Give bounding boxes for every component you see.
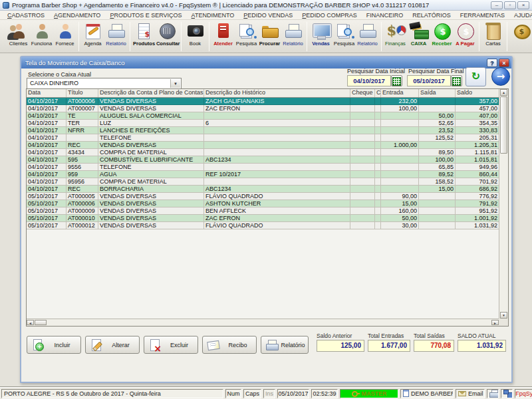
scroll-up-icon[interactable]: ▲ (500, 89, 507, 96)
column-header-saldo[interactable]: Saldo (456, 89, 499, 97)
menu-item-ajuda[interactable]: AJUDA (509, 12, 532, 19)
incluir-button[interactable]: Incluir (27, 336, 81, 354)
toolbar-button-pesquisa[interactable]: Pesquisa (235, 21, 258, 47)
column-header-c[interactable]: C (375, 89, 381, 97)
table-row[interactable]: 04/10/2017TELEFONE125,52205,31 (27, 134, 499, 142)
excluir-button[interactable]: Excluir (144, 336, 198, 354)
recibo-button[interactable]: Recibo (202, 336, 257, 354)
table-row[interactable]: 05/10/2017AT000005VENDAS DIVERSASFLÁVIO … (27, 193, 499, 200)
date-final-calendar-button[interactable] (451, 75, 462, 86)
scroll-left-icon[interactable]: ◄ (27, 320, 34, 325)
vertical-scroll-thumb[interactable] (500, 96, 507, 154)
toolbar-button-cartas[interactable]: Cartas (481, 21, 505, 47)
table-row[interactable]: 04/10/20179556TELEFONE65,85949,96 (27, 164, 499, 171)
maximize-button[interactable]: ▫ (504, 1, 516, 9)
table-row[interactable]: 04/10/2017TEALUGUEL SALA COMERCIAL50,004… (27, 112, 499, 120)
dialog-close-button[interactable]: × (499, 59, 509, 67)
minimize-button[interactable]: – (491, 1, 503, 9)
dialog-help-button[interactable]: ? (487, 59, 497, 67)
menu-item-relatorios[interactable]: RELATÓRIOS (408, 12, 455, 19)
close-button[interactable]: × (517, 1, 529, 9)
cell-data: 04/10/2017 (27, 112, 66, 120)
dialog-titlebar[interactable]: Tela do Movimento de Caixa/Banco ? × (21, 57, 511, 68)
menu-item-produtos-e-servicos[interactable]: PRODUTOS E SERVIÇOS (105, 12, 186, 19)
scroll-right-icon[interactable]: ► (491, 320, 499, 325)
column-header-descricao-da-conta-d-plano-de-contas[interactable]: Descrição da Conta d Plano de Contas (98, 89, 204, 97)
cell-cheque (350, 215, 375, 222)
cell-descricao-da-conta-d-plano-de-contas: COMPRA DE MATERIAL (98, 178, 204, 186)
toolbar-button-a-pagar[interactable]: A Pagar (454, 21, 477, 47)
column-header-cheque[interactable]: Cheque (350, 89, 375, 97)
table-row[interactable]: 04/10/2017595COMBUSTÍVEL E LUBRIFICANTEA… (27, 156, 499, 164)
date-initial-calendar-button[interactable] (391, 75, 402, 86)
table-row[interactable]: 04/10/201743434COMPRA DE MATERIAL89,501.… (27, 149, 499, 156)
table-row[interactable]: 04/10/2017RECBORRACHARIAABC123415,00686,… (27, 186, 499, 193)
toolbar-button-atender[interactable]: Atender (211, 21, 235, 47)
toolbar-button-funciona[interactable]: Funciona (30, 21, 53, 47)
vertical-scrollbar[interactable]: ▲ ▼ (499, 89, 508, 319)
menubar: CADASTROSAGENDAMENTOPRODUTOS E SERVIÇOSA… (0, 11, 532, 20)
table-row[interactable]: 04/10/2017AT000006VENDAS DIVERSASZACH GA… (27, 98, 499, 105)
toolbar-button-relatorio[interactable]: Relatório (356, 21, 379, 47)
toolbar-button-consultar[interactable]: Consultar (156, 21, 179, 47)
table-row[interactable]: 05/10/2017AT000010VENDAS DIVERSASZAC EFR… (27, 215, 499, 222)
toolbar-button-produtos[interactable]: Produtos (132, 21, 156, 47)
column-header-saida[interactable]: Saída (419, 89, 456, 97)
cell-entrada: 15,00 (381, 200, 419, 207)
menu-item-agendamento[interactable]: AGENDAMENTO (49, 12, 105, 19)
menu-item-ferramentas[interactable]: FERRAMENTAS (456, 12, 509, 19)
column-header-titulo[interactable]: Título (66, 89, 98, 97)
caixa-select[interactable]: CAIXA DINHEIRO ▼ (27, 78, 182, 89)
relatorio-button[interactable]: Relatório (261, 336, 309, 354)
toolbar-button-coin[interactable] (509, 21, 532, 47)
toolbar-button-procurar[interactable]: Procurar (258, 21, 281, 47)
table-row[interactable]: 04/10/201795956COMPRA DE MATERIAL158,527… (27, 178, 499, 186)
toolbar-button-pesquisa[interactable]: Pesquisa (332, 21, 356, 47)
menu-item-atendimento[interactable]: ATENDIMENTO (187, 12, 239, 19)
table-row[interactable]: 05/10/2017AT000012VENDAS DIVERSASFLÁVIO … (27, 222, 499, 229)
column-header-entrada[interactable]: Entrada (381, 89, 419, 97)
scroll-down-icon[interactable]: ▼ (500, 312, 507, 319)
toolbar-button-receber[interactable]: Receber (430, 21, 454, 47)
toolbar-button-vendas[interactable]: Vendas (309, 21, 332, 47)
table-row[interactable]: 05/10/2017AT000009VENDAS DIVERSASBEN AFF… (27, 207, 499, 215)
status-text: Caps (245, 390, 259, 397)
menu-item-cadastros[interactable]: CADASTROS (3, 12, 49, 19)
cell-cheque (350, 156, 375, 164)
table-row[interactable]: 04/10/2017959AGUAREF 10/201789,52860,44 (27, 171, 499, 178)
agenda-icon (82, 22, 104, 40)
toolbar-button-fornece[interactable]: Fornece (53, 21, 76, 47)
status-company: DEMO BARBER 4.0 (400, 389, 454, 398)
horizontal-scrollbar[interactable]: ◄ ► (27, 319, 499, 326)
table-row[interactable]: 04/10/2017AT000007VENDAS DIVERSASZAC EFR… (27, 105, 499, 112)
column-header-descricao-do-historico[interactable]: Descrição do Histórico (204, 89, 350, 97)
refresh-button[interactable]: ↻ (466, 67, 486, 86)
menu-item-pedido-compras[interactable]: PEDIDO COMPRAS (297, 12, 362, 19)
toolbar-button-relatorio[interactable]: Relatório (281, 21, 305, 47)
toolbar-button-clientes[interactable]: Clientes (7, 21, 30, 47)
chevron-down-icon[interactable]: ▼ (170, 79, 180, 88)
date-final-field[interactable]: 05/10/2017 (407, 75, 451, 86)
horizontal-scroll-thumb[interactable] (35, 320, 47, 325)
toolbar-button-relatorio[interactable]: Relatório (104, 21, 128, 47)
menu-item-pedido-vendas[interactable]: PEDIDO VENDAS (239, 12, 297, 19)
status-user-badge: MASTER (340, 389, 398, 398)
toolbar-button-label: Pesquisa (235, 41, 257, 47)
cell-saldo: 1.205,31 (456, 142, 499, 149)
search-go-button[interactable]: → (491, 67, 510, 86)
date-initial-field[interactable]: 04/10/2017 (347, 75, 391, 86)
alterar-button[interactable]: Alterar (85, 336, 140, 354)
toolbar-button-caixa[interactable]: CAIXA (407, 21, 430, 47)
menu-item-financeiro[interactable]: FINANCEIRO (362, 12, 408, 19)
table-row[interactable]: 04/10/2017NFRRLANCHES E REFEIÇÕES23,5233… (27, 127, 499, 134)
toolbar-button-financas[interactable]: Finanças (384, 21, 407, 47)
table-row[interactable]: 05/10/2017AT000006VENDAS DIVERSASASHTON … (27, 200, 499, 207)
cell-saldo: 949,96 (456, 164, 499, 171)
table-row[interactable]: 04/10/2017RECVENDAS DIVERSAS1.000,001.20… (27, 142, 499, 149)
cell-titulo: AT000009 (66, 207, 98, 215)
table-row[interactable]: 04/10/2017TERLUZ652,65354,35 (27, 120, 499, 127)
toolbar-button-agenda[interactable]: Agenda (81, 21, 104, 47)
cell-data: 04/10/2017 (27, 149, 66, 156)
column-header-data[interactable]: Data (27, 89, 66, 97)
toolbar-button-book[interactable]: Book (184, 21, 207, 47)
